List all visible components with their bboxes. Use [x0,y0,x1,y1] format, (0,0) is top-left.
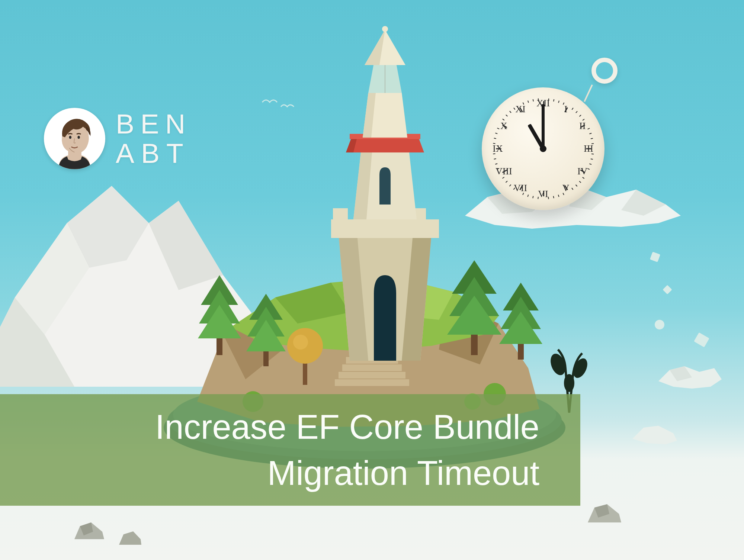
avatar [44,108,105,169]
svg-rect-46 [303,361,307,385]
clock-graphic: XIIIIIIIIIVVVIVIIVIIIIXXXI [482,87,604,210]
debris-graphic [654,319,665,330]
clock-tick [575,184,577,186]
clock-tick [494,138,496,139]
title-banner: Increase EF Core Bundle Migration Timeou… [0,394,580,506]
author-badge: BEN ABT [44,108,192,169]
title-line2: Migration Timeout [155,450,539,496]
small-cloud-graphic [658,361,722,390]
clock-tick [506,181,507,183]
debris-graphic [694,332,709,347]
tree-graphic [197,275,242,358]
lighthouse-graphic [324,26,446,368]
clock-tick [494,158,496,160]
clock-center-dot [540,145,546,152]
clock-tick [591,138,593,139]
svg-rect-56 [333,208,348,223]
title-line1: Increase EF Core Bundle [155,404,539,450]
birds-icon [260,95,298,115]
clock-tick [509,184,511,186]
svg-point-71 [382,26,388,32]
tree-graphic [498,283,543,362]
small-cloud-graphic [632,420,677,446]
clock-ring-graphic [591,58,618,84]
clock-tick [533,99,534,102]
clock-tick [527,194,529,197]
author-name: BEN ABT [116,109,192,168]
rock-graphic [119,530,141,546]
clock-tick [543,191,544,196]
clock-tick [553,196,554,198]
clock-tick [506,115,507,116]
svg-rect-26 [335,379,409,386]
clock-tick [579,181,581,183]
rock-graphic [588,502,621,524]
svg-marker-11 [632,426,677,444]
clock-tick [575,111,577,113]
svg-point-78 [78,136,80,139]
svg-point-48 [293,335,308,350]
clock-minute-hand [542,104,545,149]
clock-tick [586,148,591,149]
svg-marker-74 [119,531,141,545]
clock-tick [496,148,501,149]
hero-illustration: XIIIIIIIIIVVVIVIIVIIIIXXXI [0,0,744,560]
debris-graphic [663,285,672,294]
clock-tick [509,111,511,113]
author-line2: ABT [116,139,192,168]
svg-point-51 [564,374,574,392]
rock-graphic [74,521,104,541]
clock-tick [591,158,593,160]
svg-point-77 [69,136,71,139]
clock-tick [579,115,581,116]
svg-rect-25 [339,372,405,379]
debris-graphic [650,252,660,262]
svg-marker-62 [346,138,424,152]
tree-graphic [246,294,286,370]
clock-tick [589,133,591,134]
author-line1: BEN [116,109,192,139]
round-tree-graphic [286,324,324,388]
clock-tick [533,196,534,198]
clock-string-graphic [584,84,593,102]
clock-tick [553,99,554,102]
tree-graphic [446,260,502,358]
